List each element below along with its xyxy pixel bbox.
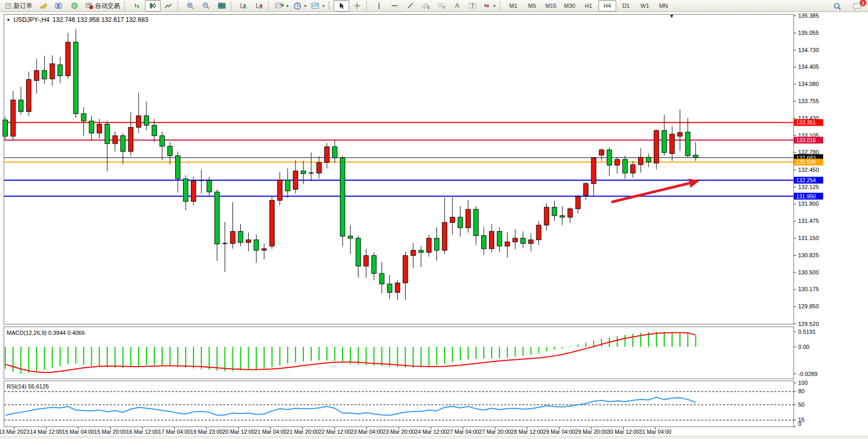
equidistant-channel-icon: E <box>422 2 430 9</box>
autotrading-label: 自动交易 <box>95 2 120 10</box>
search-button[interactable] <box>829 1 845 12</box>
toolbar-separator <box>328 2 332 10</box>
notification-badge: 1 <box>859 0 867 7</box>
crosshair-button[interactable] <box>349 0 365 11</box>
toolbar: 新订单 自动交易 <box>0 0 868 12</box>
timeframe-M30[interactable]: M30 <box>561 0 579 11</box>
new-order-icon <box>5 3 12 9</box>
indicators-icon <box>275 2 284 9</box>
auto-scroll-icon <box>240 2 248 9</box>
chevron-down-icon: ▼ <box>286 4 289 8</box>
main-chart-panel[interactable] <box>4 14 794 324</box>
chevron-down-icon: ▼ <box>303 4 307 8</box>
toolbar-separator <box>124 2 127 10</box>
svg-text:F: F <box>443 6 445 9</box>
text-button[interactable]: A <box>449 0 465 11</box>
bar-chart-button[interactable] <box>129 0 145 11</box>
timeframe-H4[interactable]: H4 <box>598 0 616 11</box>
arrows-icon <box>483 2 491 9</box>
toolbar-separator <box>230 2 234 10</box>
toolbar-separator <box>268 2 271 10</box>
timeframe-W1[interactable]: W1 <box>636 0 654 11</box>
toolbar-separator <box>366 2 369 10</box>
chevron-down-icon: ▼ <box>322 4 325 8</box>
fibonacci-icon: F <box>437 2 446 9</box>
svg-text:T: T <box>471 3 474 9</box>
timeframe-group: M1M5M15M30H1H4D1W1MN <box>505 0 673 11</box>
timeframe-MN[interactable]: MN <box>655 0 673 11</box>
notifications-button[interactable]: 1 <box>849 1 865 12</box>
svg-text:E: E <box>427 6 430 9</box>
rsi-panel[interactable] <box>4 381 794 427</box>
macd-panel[interactable] <box>4 327 794 379</box>
ohlc-values: 132.746 132.958 132.617 132.683 <box>53 16 149 23</box>
sell-order-button[interactable] <box>35 0 51 11</box>
timeframe-M15[interactable]: M15 <box>542 0 560 11</box>
toolbar-right: 1 <box>829 1 865 12</box>
window-bottom-edge <box>0 436 868 439</box>
chart-shift-marker-icon[interactable]: ▼ <box>669 14 674 19</box>
vertical-line-button[interactable] <box>371 0 387 11</box>
equidistant-channel-button[interactable]: E <box>418 0 434 11</box>
auto-scroll-button[interactable] <box>236 0 251 11</box>
candlestick-chart-button[interactable] <box>145 0 161 11</box>
autotrading-button[interactable]: 自动交易 <box>82 0 123 11</box>
tile-windows-icon <box>218 2 226 9</box>
tile-windows-button[interactable] <box>214 0 229 11</box>
trendline-button[interactable] <box>402 0 418 11</box>
chart-shift-button[interactable] <box>251 0 267 11</box>
new-order-label: 新订单 <box>14 2 32 10</box>
vertical-line-icon <box>376 2 382 9</box>
community-icon <box>71 2 79 9</box>
text-label-icon: T <box>469 2 477 9</box>
bar-chart-icon <box>133 2 141 9</box>
rsi-label: RSI(14) 55.6125 <box>7 383 49 390</box>
toolbar-separator <box>499 2 503 10</box>
chart-shift-icon <box>255 2 263 9</box>
symbol-period-label: USDJPY-,H4 <box>14 16 50 23</box>
line-chart-button[interactable] <box>161 0 176 11</box>
periods-icon <box>294 2 301 10</box>
candlestick-chart-icon <box>149 2 156 9</box>
community-button[interactable] <box>67 0 82 11</box>
sell-order-icon <box>39 2 47 9</box>
chevron-down-icon: ▼ <box>493 4 496 8</box>
horizontal-line-button[interactable] <box>387 0 402 11</box>
text-label-button[interactable]: T <box>465 0 481 11</box>
line-chart-icon <box>165 2 172 9</box>
svg-text:A: A <box>455 2 459 9</box>
market-watch-icon <box>55 2 63 9</box>
templates-button[interactable]: ▼ <box>309 0 327 11</box>
timeframe-M1[interactable]: M1 <box>505 0 522 11</box>
zoom-in-button[interactable] <box>182 0 198 11</box>
fibonacci-button[interactable]: F <box>434 0 449 11</box>
toolbar-separator <box>177 2 180 10</box>
timeframe-D1[interactable]: D1 <box>617 0 635 11</box>
periods-button[interactable]: ▼ <box>291 0 309 11</box>
timeframe-M5[interactable]: M5 <box>523 0 541 11</box>
trendline-icon <box>407 2 414 9</box>
zoom-in-icon <box>187 2 194 10</box>
new-order-button[interactable]: 新订单 <box>2 0 35 11</box>
chart-window: ▼ USDJPY-,H4 132.746 132.958 132.617 132… <box>0 12 868 439</box>
cursor-button[interactable] <box>334 0 349 11</box>
zoom-out-icon <box>202 2 210 10</box>
templates-icon <box>311 2 320 9</box>
market-watch-button[interactable] <box>51 0 67 11</box>
zoom-out-button[interactable] <box>198 0 214 11</box>
text-icon: A <box>454 2 460 9</box>
arrows-button[interactable]: ▼ <box>481 0 498 11</box>
crosshair-icon <box>353 2 361 9</box>
timeframe-H1[interactable]: H1 <box>580 0 597 11</box>
chart-title: ▼ USDJPY-,H4 132.746 132.958 132.617 132… <box>6 16 148 23</box>
horizontal-line-icon <box>391 3 398 8</box>
autotrading-icon <box>85 2 93 9</box>
macd-label: MACD(12,26,9) 0.3944 0.4066 <box>7 330 85 336</box>
indicators-button[interactable]: ▼ <box>273 0 291 11</box>
cursor-icon <box>338 2 345 9</box>
collapse-objects-icon[interactable]: ▼ <box>6 18 10 22</box>
search-icon <box>833 2 841 10</box>
